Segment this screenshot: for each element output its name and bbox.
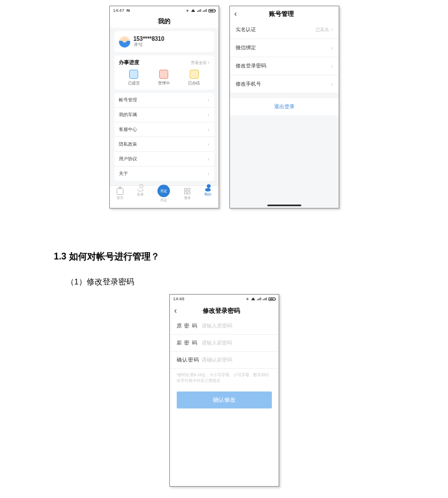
chevron-right-icon: › (331, 45, 333, 51)
screenshot-account-manage: ‹ 账号管理 实名认证 已实名› 微信绑定 › 修改登录密码 › 修改手机号 (229, 6, 339, 208)
chevron-right-icon: › (331, 27, 333, 32)
item-change-phone[interactable]: 修改手机号 › (230, 75, 339, 93)
page-title: 修改登录密码 (169, 307, 274, 315)
user-card[interactable]: 153****8310 潘*瑶 (114, 31, 214, 52)
menu-terms[interactable]: 用户协议› (114, 152, 214, 167)
placeholder-old-password: 请输入原密码 (202, 322, 232, 330)
chevron-right-icon: › (208, 127, 210, 133)
label-confirm-password: 确认密码 (177, 356, 202, 364)
signal-icon-2 (203, 9, 207, 12)
processing-icon (159, 70, 168, 79)
battery-icon (268, 297, 275, 301)
step-1-text: （1）修改登录密码 (66, 277, 394, 287)
avatar-icon (119, 36, 130, 48)
chevron-right-icon: › (208, 142, 210, 147)
realname-value: 已实名 (315, 27, 329, 32)
item-wechat[interactable]: 微信绑定 › (230, 39, 339, 57)
chevron-right-icon: › (208, 171, 210, 177)
signal-icon-2 (263, 297, 267, 300)
home-indicator (267, 205, 301, 206)
tab-home[interactable]: 首页 (117, 188, 123, 206)
screenshot-my-page: 14:47 ⇆ ∗ 我的 153****8310 潘*瑶 (109, 6, 219, 208)
page-title: 账号管理 (229, 10, 334, 18)
grid-icon (184, 188, 191, 195)
page-title: 我的 (110, 15, 219, 28)
status-bar: 14:47 ⇆ ∗ (110, 6, 219, 15)
field-old-password[interactable]: 原 密 码 请输入原密码 (170, 318, 279, 335)
field-new-password[interactable]: 新 密 码 请输入新密码 (170, 335, 279, 352)
chevron-right-icon: › (208, 112, 210, 118)
submitted-icon (129, 70, 138, 79)
battery-icon (208, 9, 215, 12)
confirm-change-button[interactable]: 确认修改 (177, 391, 272, 408)
menu-account[interactable]: 帐号管理› (114, 93, 214, 108)
settings-list: 帐号管理› 我的车辆› 客服中心› 隐私政策› 用户协议› 关于› (114, 93, 214, 181)
chevron-right-icon: › (331, 63, 333, 69)
status-time: 14:48 (173, 296, 185, 301)
placeholder-confirm-password: 请确认新密码 (202, 356, 232, 364)
item-change-password[interactable]: 修改登录密码 › (230, 57, 339, 75)
progress-processing[interactable]: 受理中 (158, 70, 170, 86)
menu-vehicles[interactable]: 我的车辆› (114, 108, 214, 122)
status-time: 14:47 (113, 8, 125, 13)
tab-cert[interactable]: 亮证亮证 (157, 185, 170, 203)
chevron-right-icon: › (331, 82, 333, 87)
label-new-password: 新 密 码 (177, 339, 202, 347)
wifi-icon (191, 9, 195, 12)
progress-card: 办事进度 查看全部 › 已提交 受理中 已办结 (114, 56, 214, 90)
account-list: 实名认证 已实名› 微信绑定 › 修改登录密码 › 修改手机号 › (230, 21, 339, 93)
user-phone: 153****8310 (134, 36, 165, 42)
tab-gov[interactable]: 政务 (137, 188, 144, 206)
tab-mine[interactable]: 我的 (204, 188, 211, 206)
progress-title: 办事进度 (119, 59, 139, 66)
bluetooth-icon: ∗ (186, 8, 189, 13)
status-bar: 14:48 ∗ (170, 295, 279, 303)
signal-icon (197, 9, 201, 12)
wifi-icon (251, 297, 255, 300)
menu-support[interactable]: 客服中心› (114, 122, 214, 137)
header: ‹ 账号管理 (230, 6, 339, 21)
carrier-icon: ⇆ (126, 8, 130, 13)
screenshot-change-password: 14:48 ∗ ‹ 修改登录密码 原 密 码 请输入原密码 新 密 码 请输 (169, 294, 279, 487)
password-hint: *密码长度8-16位，大小写字母、小写字母、数字和特殊字符其中任意三类组合 (170, 369, 279, 387)
menu-privacy[interactable]: 隐私政策› (114, 137, 214, 152)
gov-icon (138, 188, 143, 191)
logout-button[interactable]: 退出登录 (230, 98, 339, 116)
cert-big-icon: 亮证 (157, 185, 170, 197)
signal-icon (257, 297, 261, 300)
placeholder-new-password: 请输入新密码 (202, 339, 232, 347)
progress-more-link[interactable]: 查看全部 › (191, 60, 209, 66)
header: ‹ 修改登录密码 (170, 303, 279, 318)
progress-done[interactable]: 已办结 (188, 70, 200, 86)
user-icon (205, 188, 211, 191)
label-old-password: 原 密 码 (177, 322, 202, 330)
home-icon (117, 188, 123, 195)
chevron-right-icon: › (208, 97, 210, 103)
tab-service[interactable]: 服务 (184, 188, 191, 206)
user-name: 潘*瑶 (134, 42, 165, 48)
bluetooth-icon: ∗ (246, 297, 249, 301)
field-confirm-password[interactable]: 确认密码 请确认新密码 (170, 352, 279, 369)
progress-submitted[interactable]: 已提交 (128, 70, 140, 86)
chevron-right-icon: › (208, 156, 210, 162)
menu-about[interactable]: 关于› (114, 167, 214, 181)
tab-bar: 首页 政务 亮证亮证 服务 我的 (110, 185, 219, 208)
item-realname[interactable]: 实名认证 已实名› (230, 21, 339, 39)
section-heading: 1.3 如何对帐号进行管理？ (54, 251, 394, 263)
done-icon (190, 70, 199, 79)
